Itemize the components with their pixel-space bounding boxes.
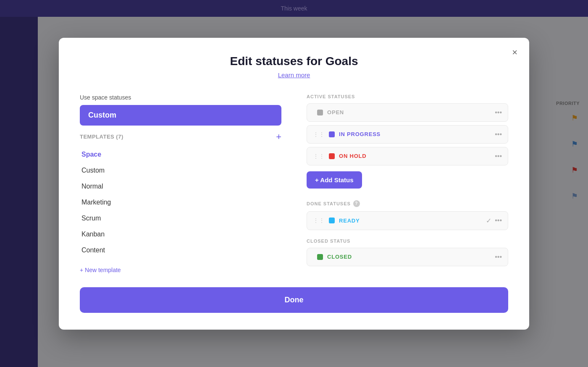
close-button[interactable]: × xyxy=(510,46,519,59)
more-icon-inprogress[interactable]: ••• xyxy=(495,131,502,138)
done-help-icon: ? xyxy=(353,200,360,207)
template-item-space[interactable]: Space xyxy=(80,147,281,163)
template-list: Space Custom Normal Marketing Scrum Kanb… xyxy=(80,147,281,258)
status-actions-ready: ✓ ••• xyxy=(486,217,502,225)
status-row-open: OPEN ••• xyxy=(307,103,508,122)
status-dot-ready xyxy=(329,218,335,223)
more-icon-ready[interactable]: ••• xyxy=(495,217,502,224)
template-item-scrum[interactable]: Scrum xyxy=(80,210,281,226)
drag-handle-ready[interactable]: ⋮⋮ xyxy=(313,217,325,224)
learn-more-link[interactable]: Learn more xyxy=(278,71,310,79)
status-dot-closed xyxy=(317,254,323,260)
more-icon-closed[interactable]: ••• xyxy=(495,253,502,261)
closed-status-label: CLOSED STATUS xyxy=(307,239,508,244)
more-icon-onhold[interactable]: ••• xyxy=(495,152,502,160)
template-item-content[interactable]: Content xyxy=(80,242,281,258)
status-dot-onhold xyxy=(329,153,335,159)
status-row-ready: ⋮⋮ READY ✓ ••• xyxy=(307,211,508,230)
right-panel: ACTIVE STATUSES OPEN ••• ⋮⋮ IN PROGRESS xyxy=(307,94,508,274)
status-name-closed: CLOSED xyxy=(327,254,491,260)
use-space-label: Use space statuses xyxy=(80,94,281,101)
active-statuses-label: ACTIVE STATUSES xyxy=(307,94,508,99)
modal-body: Use space statuses Custom TEMPLATES (7) … xyxy=(80,94,508,274)
modal-subtitle: Learn more xyxy=(80,71,508,79)
template-item-custom[interactable]: Custom xyxy=(80,163,281,178)
check-icon-ready: ✓ xyxy=(486,217,491,225)
status-actions-closed: ••• xyxy=(495,253,502,261)
done-footer: Done xyxy=(80,287,508,313)
templates-label: TEMPLATES (7) xyxy=(80,134,123,140)
modal-title: Edit statuses for Goals xyxy=(80,55,508,68)
status-name-inprogress: IN PROGRESS xyxy=(339,131,491,137)
done-statuses-label: DONE STATUSES ? xyxy=(307,200,508,207)
new-template-link[interactable]: + New template xyxy=(80,267,121,273)
status-actions-inprogress: ••• xyxy=(495,131,502,138)
status-actions-onhold: ••• xyxy=(495,152,502,160)
template-item-normal[interactable]: Normal xyxy=(80,178,281,194)
template-item-marketing[interactable]: Marketing xyxy=(80,194,281,210)
status-row-closed: CLOSED ••• xyxy=(307,248,508,266)
left-panel: Use space statuses Custom TEMPLATES (7) … xyxy=(80,94,281,274)
template-item-kanban[interactable]: Kanban xyxy=(80,226,281,242)
templates-add-button[interactable]: + xyxy=(276,132,281,142)
status-dot-open xyxy=(317,110,323,115)
status-name-ready: READY xyxy=(339,218,482,224)
status-dot-inprogress xyxy=(329,131,335,137)
status-actions-open: ••• xyxy=(495,109,502,116)
done-button[interactable]: Done xyxy=(80,287,508,313)
drag-handle-onhold[interactable]: ⋮⋮ xyxy=(313,153,325,160)
status-row-inprogress: ⋮⋮ IN PROGRESS ••• xyxy=(307,125,508,144)
add-status-button[interactable]: + Add Status xyxy=(307,171,362,189)
templates-row: TEMPLATES (7) + xyxy=(80,132,281,142)
status-name-onhold: ON HOLD xyxy=(339,153,491,159)
more-icon-open[interactable]: ••• xyxy=(495,109,502,116)
modal: × Edit statuses for Goals Learn more Use… xyxy=(59,38,529,330)
custom-selected-button[interactable]: Custom xyxy=(80,105,281,126)
modal-overlay: × Edit statuses for Goals Learn more Use… xyxy=(0,0,588,367)
status-name-open: OPEN xyxy=(327,109,491,115)
status-row-onhold: ⋮⋮ ON HOLD ••• xyxy=(307,147,508,165)
drag-handle-inprogress[interactable]: ⋮⋮ xyxy=(313,131,325,138)
